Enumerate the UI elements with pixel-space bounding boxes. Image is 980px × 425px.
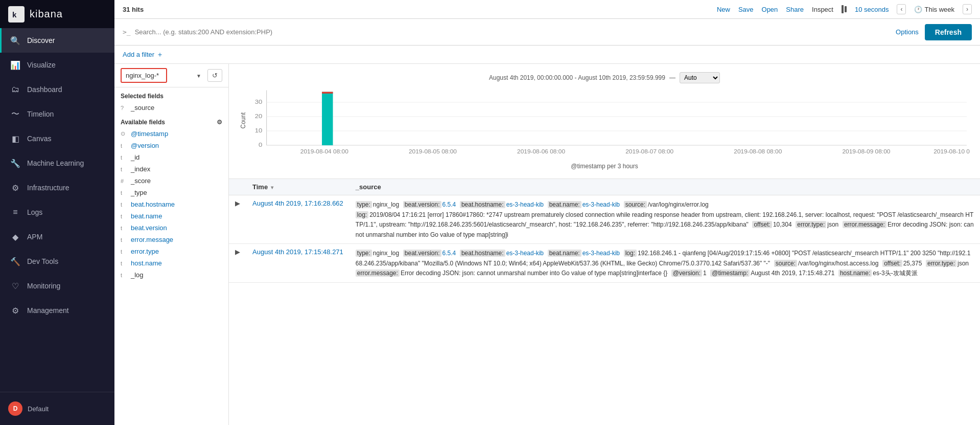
sidebar-item-devtools[interactable]: 🔨 Dev Tools	[0, 249, 114, 274]
field-key: beat.version:	[403, 201, 441, 208]
timelion-icon: 〜	[10, 108, 21, 120]
selected-fields-label: Selected fields	[121, 93, 164, 100]
index-refresh-button[interactable]: ↺	[207, 69, 222, 82]
sidebar-item-timelion[interactable]: 〜 Timelion	[0, 102, 114, 126]
index-selector: nginx_log-* filebeat-* metricbeat-* ▼ ↺	[114, 64, 228, 87]
add-filter-label: Add a filter	[123, 51, 154, 58]
main-area: 31 hits New Save Open Share Inspect 10 s…	[114, 0, 980, 425]
field-item-type[interactable]: t _type	[114, 187, 228, 198]
chart-svg: 0 10 20 30 Count	[239, 87, 970, 159]
field-val: nginx_log	[373, 250, 399, 257]
svg-text:2019-08-05 08:00: 2019-08-05 08:00	[409, 149, 457, 154]
field-key: host.name:	[838, 270, 872, 277]
field-name-beat-version: beat.version	[131, 224, 167, 232]
expand-col-header	[229, 179, 246, 195]
sidebar-item-logs[interactable]: ≡ Logs	[0, 200, 114, 225]
field-key: beat.name:	[548, 201, 581, 208]
field-type-t10: t	[121, 260, 128, 266]
field-key: error.message:	[843, 221, 886, 228]
field-item-error-message[interactable]: t error.message	[114, 234, 228, 245]
sidebar-item-infra[interactable]: ⚙ Infrastructure	[0, 175, 114, 200]
prev-time-button[interactable]: ‹	[897, 4, 906, 14]
field-key: source:	[624, 201, 647, 208]
svg-rect-13	[322, 92, 333, 94]
results-area: Time ▾ _source ▶ August 4th 2019, 17:16:…	[229, 179, 980, 425]
next-time-button[interactable]: ›	[963, 4, 972, 14]
sidebar-label-logs: Logs	[27, 208, 42, 216]
sidebar-item-discover[interactable]: 🔍 Discover	[0, 28, 114, 53]
expand-cell-1[interactable]: ▶	[229, 195, 246, 244]
index-dropdown[interactable]: nginx_log-* filebeat-* metricbeat-*	[121, 68, 167, 83]
share-button[interactable]: Share	[786, 6, 804, 13]
field-item-score[interactable]: # _score	[114, 175, 228, 187]
field-key: log:	[624, 250, 637, 257]
field-item-beat-name[interactable]: t beat.name	[114, 210, 228, 222]
sidebar-logo: k kibana	[0, 0, 114, 28]
sidebar-label-dashboard: Dashboard	[27, 85, 62, 94]
gear-icon[interactable]: ⚙	[217, 119, 222, 126]
inspect-button[interactable]: Inspect	[812, 6, 833, 13]
source-col-header: _source	[349, 179, 980, 195]
field-item-index[interactable]: t _index	[114, 163, 228, 175]
refresh-button[interactable]: Refresh	[925, 24, 972, 40]
sidebar-bottom: D Default	[0, 392, 114, 425]
sidebar-item-management[interactable]: ⚙ Management	[0, 298, 114, 323]
sidebar-item-visualize[interactable]: 📊 Visualize	[0, 53, 114, 77]
panel-toggle[interactable]	[842, 5, 847, 13]
field-key: offset:	[752, 221, 772, 228]
sidebar-label-monitoring: Monitoring	[27, 282, 60, 290]
sidebar-default-user[interactable]: D Default	[0, 396, 114, 421]
interval-selector[interactable]: 10 seconds	[855, 6, 889, 13]
field-val: August 4th 2019, 17:15:48.271	[751, 270, 834, 277]
field-item-id[interactable]: t _id	[114, 151, 228, 163]
field-key: offset:	[882, 260, 902, 267]
field-item-host-name[interactable]: t host.name	[114, 257, 228, 269]
field-name-index: _index	[131, 165, 150, 173]
expand-cell-2[interactable]: ▶	[229, 244, 246, 283]
add-filter-icon: ＋	[156, 50, 164, 59]
time-range-badge[interactable]: 🕐 This week	[914, 6, 954, 13]
options-button[interactable]: Options	[896, 28, 919, 36]
field-val: /var/log/nginx/error.log	[648, 201, 709, 208]
field-item-error-type[interactable]: t error.type	[114, 245, 228, 257]
source-cell-1: type:nginx_log beat.version:6.5.4 beat.h…	[349, 195, 980, 244]
date-range-text: August 4th 2019, 00:00:00.000 - August 1…	[489, 74, 665, 81]
sidebar: k kibana 🔍 Discover 📊 Visualize 🗂 Dashbo…	[0, 0, 114, 425]
sidebar-item-monitoring[interactable]: ♡ Monitoring	[0, 274, 114, 298]
field-type-t3: t	[121, 166, 128, 172]
search-input[interactable]	[135, 28, 896, 36]
svg-text:20: 20	[255, 113, 263, 120]
field-item-log[interactable]: t _log	[114, 269, 228, 281]
sidebar-item-dashboard[interactable]: 🗂 Dashboard	[0, 77, 114, 102]
sidebar-item-apm[interactable]: ◆ APM	[0, 225, 114, 249]
field-item-beat-version[interactable]: t beat.version	[114, 222, 228, 234]
field-item-source[interactable]: ? _source	[114, 102, 228, 114]
sort-icon: ▾	[271, 185, 273, 190]
open-button[interactable]: Open	[762, 6, 778, 13]
sidebar-item-canvas[interactable]: ◧ Canvas	[0, 126, 114, 151]
add-filter-button[interactable]: Add a filter ＋	[123, 50, 164, 59]
table-row: ▶ August 4th 2019, 17:15:48.271 type:ngi…	[229, 244, 980, 283]
time-col-header[interactable]: Time ▾	[246, 179, 349, 195]
dashboard-icon: 🗂	[10, 84, 21, 95]
field-item-version[interactable]: t @version	[114, 140, 228, 151]
field-key: @timestamp:	[710, 270, 750, 277]
chart-area: August 4th 2019, 00:00:00.000 - August 1…	[229, 64, 980, 179]
right-panel: August 4th 2019, 00:00:00.000 - August 1…	[229, 64, 980, 425]
field-type-t8: t	[121, 237, 128, 243]
field-name-error-message: error.message	[131, 236, 173, 243]
field-item-beat-hostname[interactable]: t beat.hostname	[114, 198, 228, 210]
sidebar-label-apm: APM	[27, 233, 42, 241]
field-item-timestamp[interactable]: ⊙ @timestamp	[114, 128, 228, 140]
field-val: 10,304	[773, 221, 792, 228]
sidebar-item-ml[interactable]: 🔧 Machine Learning	[0, 151, 114, 175]
field-val: /var/log/nginx/host.access.log	[798, 260, 878, 267]
field-type-t2: t	[121, 154, 128, 161]
sidebar-label-infra: Infrastructure	[27, 184, 69, 192]
field-type-question: ?	[121, 105, 128, 111]
kibana-logo-text: kibana	[30, 8, 63, 20]
auto-select[interactable]: Auto 1 second 1 minute 1 hour	[680, 72, 720, 83]
save-button[interactable]: Save	[738, 6, 754, 13]
field-val: Error decoding JSON: json: cannot unmars…	[401, 270, 667, 277]
new-button[interactable]: New	[717, 6, 730, 13]
